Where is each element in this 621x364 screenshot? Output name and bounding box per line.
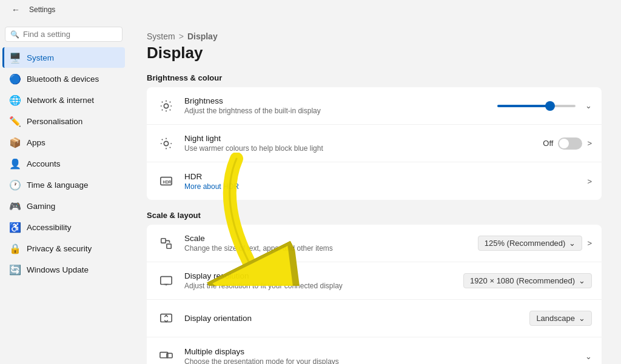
toggle-label: Off (543, 139, 553, 148)
row-night-light[interactable]: Night light Use warmer colours to help b… (147, 125, 602, 162)
nav-label-update: Windows Update (27, 265, 89, 274)
row-scale[interactable]: Scale Change the size of text, apps, and… (147, 225, 602, 262)
row-icon-multiple-displays (156, 346, 176, 364)
sidebar-item-accessibility[interactable]: ♿ Accessibility (2, 217, 125, 237)
svg-text:HDR: HDR (163, 180, 172, 184)
nav-label-system: System (27, 53, 54, 62)
svg-line-8 (170, 101, 170, 102)
nav-label-gaming: Gaming (27, 202, 55, 211)
row-multiple-displays[interactable]: Multiple displays Choose the presentatio… (147, 337, 602, 364)
sidebar-item-bluetooth[interactable]: 🔵 Bluetooth & devices (2, 68, 125, 89)
row-right-brightness: ⌄ (492, 101, 592, 110)
svg-rect-18 (161, 238, 166, 242)
sidebar-item-time[interactable]: 🕐 Time & language (2, 174, 125, 195)
row-desc-hdr: More about HDR (184, 182, 579, 191)
sidebar-item-gaming[interactable]: 🎮 Gaming (2, 196, 125, 216)
brightness-slider[interactable] (497, 105, 576, 107)
sidebar-item-personalisation[interactable]: ✏️ Personalisation (2, 111, 125, 131)
nav-label-network: Network & internet (27, 96, 94, 105)
main-content: System > Display Display Brightness & co… (127, 19, 621, 364)
row-desc-night-light: Use warmer colours to help block blue li… (184, 144, 534, 153)
nav-label-accounts: Accounts (27, 159, 61, 168)
display-orientation-dropdown[interactable]: Landscape ⌄ (529, 311, 592, 326)
svg-line-4 (170, 109, 170, 110)
row-icon-scale (156, 234, 176, 253)
nav-icon-personalisation: ✏️ (10, 116, 21, 127)
nav-label-apps: Apps (27, 138, 45, 147)
row-icon-night-light (156, 134, 176, 153)
nav-icon-gaming: 🎮 (10, 200, 21, 211)
row-label-hdr: HDR (184, 172, 579, 181)
window-title: Settings (29, 5, 55, 14)
scale-dropdown[interactable]: 125% (Recommended) ⌄ (478, 236, 583, 251)
display-resolution-dropdown[interactable]: 1920 × 1080 (Recommended) ⌄ (463, 273, 592, 288)
svg-line-12 (162, 139, 163, 139)
sidebar-item-network[interactable]: 🌐 Network & internet (2, 90, 125, 110)
svg-line-7 (162, 109, 163, 110)
section-title-brightness-&-colour: Brightness & colour (147, 73, 602, 82)
row-right-multiple-displays: ⌄ (585, 352, 592, 361)
expand-icon: ⌄ (585, 352, 592, 361)
row-icon-brightness (156, 96, 176, 116)
sidebar-item-accounts[interactable]: 👤 Accounts (2, 153, 125, 174)
hdr-link[interactable]: More about HDR (184, 182, 239, 191)
row-label-display-resolution: Display resolution (184, 271, 455, 280)
nav-icon-update: 🔄 (10, 264, 21, 275)
nav-label-accessibility: Accessibility (27, 223, 72, 232)
nav-label-time: Time & language (27, 180, 89, 190)
sidebar-item-update[interactable]: 🔄 Windows Update (2, 259, 125, 280)
nav-label-personalisation: Personalisation (27, 117, 82, 126)
nav-icon-accessibility: ♿ (10, 222, 21, 233)
page-title: Display (147, 44, 602, 62)
sidebar-item-apps[interactable]: 📦 Apps (2, 132, 125, 153)
search-input[interactable] (23, 30, 125, 39)
row-right-hdr: > (587, 177, 592, 186)
row-label-multiple-displays: Multiple displays (184, 347, 577, 356)
row-label-display-orientation: Display orientation (184, 314, 521, 323)
nav-icon-network: 🌐 (10, 94, 21, 105)
row-desc-scale: Change the size of text, apps, and other… (184, 244, 469, 253)
breadcrumb: System > Display (147, 31, 602, 41)
row-desc-brightness: Adjust the brightness of the built-in di… (184, 107, 484, 115)
chevron-icon: > (587, 239, 592, 248)
row-icon-hdr: HDR (156, 171, 176, 191)
row-icon-display-orientation (156, 309, 176, 328)
row-right-night-light: Off > (543, 137, 592, 150)
nav-icon-system: 🖥️ (10, 52, 21, 63)
sidebar-item-system[interactable]: 🖥️ System (2, 47, 125, 68)
nav-icon-accounts: 👤 (10, 158, 21, 169)
chevron-icon: > (587, 177, 592, 186)
row-label-scale: Scale (184, 234, 469, 243)
card-scale-&-layout: Scale Change the size of text, apps, and… (147, 225, 602, 364)
row-desc-display-resolution: Adjust the resolution to fit your connec… (184, 282, 455, 290)
row-desc-multiple-displays: Choose the presentation mode for your di… (184, 357, 577, 365)
svg-line-13 (170, 147, 170, 147)
nav-icon-apps: 📦 (10, 137, 21, 148)
row-label-brightness: Brightness (184, 96, 484, 105)
row-right-display-resolution: 1920 × 1080 (Recommended) ⌄ (463, 273, 592, 288)
row-right-display-orientation: Landscape ⌄ (529, 311, 592, 326)
row-hdr[interactable]: HDR HDR More about HDR > (147, 162, 602, 200)
nav-label-bluetooth: Bluetooth & devices (27, 74, 99, 84)
row-display-resolution[interactable]: Display resolution Adjust the resolution… (147, 262, 602, 300)
svg-point-9 (164, 141, 168, 145)
svg-rect-22 (161, 276, 172, 284)
search-icon: 🔍 (10, 30, 19, 39)
chevron-icon: ⌄ (585, 101, 592, 110)
row-icon-display-resolution (156, 271, 176, 291)
night-light-toggle[interactable] (558, 137, 582, 150)
row-display-orientation[interactable]: Display orientation Landscape ⌄ (147, 300, 602, 337)
nav-icon-time: 🕐 (10, 179, 21, 190)
back-button[interactable]: ← (7, 1, 24, 18)
card-brightness-&-colour: Brightness Adjust the brightness of the … (147, 87, 602, 200)
svg-line-3 (162, 101, 163, 102)
section-title-scale-&-layout: Scale & layout (147, 211, 602, 220)
nav-label-privacy: Privacy & security (27, 244, 92, 253)
sidebar: 🔍 🖥️ System 🔵 Bluetooth & devices 🌐 Netw… (0, 19, 127, 364)
nav-icon-bluetooth: 🔵 (10, 73, 21, 84)
row-brightness[interactable]: Brightness Adjust the brightness of the … (147, 87, 602, 125)
sidebar-item-privacy[interactable]: 🔒 Privacy & security (2, 238, 125, 259)
svg-point-0 (164, 104, 168, 108)
search-box[interactable]: 🔍 (5, 27, 123, 42)
row-label-night-light: Night light (184, 134, 534, 143)
